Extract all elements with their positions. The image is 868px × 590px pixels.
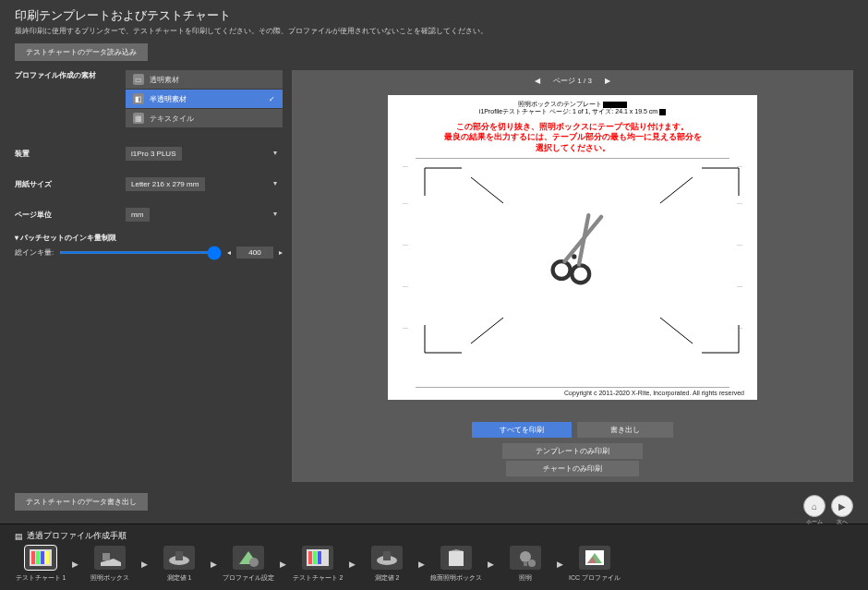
step-icc-profile[interactable]: ICC プロファイル — [569, 546, 621, 583]
page-title: 印刷テンプレートおよびテストチャート — [15, 7, 853, 24]
step-lighting[interactable]: 照明 — [500, 546, 551, 583]
translucent-icon: ◧ — [133, 93, 144, 104]
device-label: 装置 — [15, 149, 126, 159]
step-mirror-lightbox[interactable]: 鏡面照明ボックス — [430, 546, 482, 583]
svg-rect-10 — [175, 551, 183, 560]
unit-label: ページ単位 — [15, 210, 126, 220]
preview-pane: ◀ ページ 1 / 3 ▶ 照明ボックスのテンプレート i1Profileテスト… — [292, 70, 853, 482]
svg-point-0 — [552, 261, 570, 279]
substrate-transparent[interactable]: ▭ 透明素材 — [126, 70, 283, 89]
svg-rect-8 — [102, 553, 110, 560]
read-data-button[interactable]: テストチャートのデータ読み込み — [15, 43, 148, 61]
svg-rect-20 — [524, 561, 527, 566]
step-profile-settings[interactable]: プロファイル設定 — [223, 546, 274, 583]
paper-select[interactable]: Letter 216 x 279 mm — [126, 177, 205, 191]
step-testchart1[interactable]: テストチャート 1 — [15, 546, 66, 583]
next-button[interactable]: ▶ — [831, 495, 853, 517]
copyright-text: Copyright c 2011-2020 X-Rite, Incorporat… — [397, 390, 748, 396]
sidebar: プロファイル作成の素材 ▭ 透明素材 ◧ 半透明素材 ✓ ▦ テキスタイル — [15, 70, 283, 482]
svg-rect-15 — [318, 551, 321, 564]
step-testchart2[interactable]: テストチャート 2 — [292, 546, 344, 583]
step-measure1[interactable]: 測定値 1 — [153, 546, 205, 583]
pager-next[interactable]: ▶ — [605, 77, 610, 85]
svg-point-2 — [572, 254, 576, 259]
ink-section-title: ▾ パッチセットのインキ量制限 — [15, 233, 283, 243]
paper-label: 用紙サイズ — [15, 179, 126, 189]
write-data-button[interactable]: テストチャートのデータ書き出し — [15, 493, 148, 511]
svg-rect-4 — [31, 551, 35, 564]
svg-rect-5 — [36, 551, 40, 564]
svg-rect-7 — [45, 551, 49, 564]
textile-icon: ▦ — [133, 113, 144, 124]
ink-value-input[interactable] — [236, 247, 273, 259]
svg-point-11 — [249, 558, 259, 567]
step-measure2[interactable]: 測定値 2 — [361, 546, 413, 583]
pager-prev[interactable]: ◀ — [535, 77, 540, 85]
transparent-icon: ▭ — [133, 74, 144, 85]
print-template-button[interactable]: テンプレートのみ印刷 — [502, 443, 643, 459]
svg-rect-17 — [383, 551, 391, 560]
scissors-icon — [539, 211, 619, 290]
black-swatch — [603, 102, 627, 108]
workflow-steps: テストチャート 1 ▶ 照明ボックス ▶ 測定値 1 ▶ プロファイル設定 ▶ … — [15, 546, 853, 583]
svg-rect-18 — [449, 551, 464, 566]
footer: ⌂ ホーム ▶ 次へ ▤ 透過プロファイル作成手順 テストチャート 1 ▶ 照明… — [0, 524, 868, 590]
home-button[interactable]: ⌂ — [803, 495, 826, 517]
unit-select[interactable]: mm — [126, 208, 150, 222]
export-button[interactable]: 書き出し — [577, 422, 673, 438]
print-chart-button[interactable]: チャートのみ印刷 — [506, 461, 639, 476]
svg-rect-13 — [308, 551, 312, 564]
workflow-title: ▤ 透過プロファイル作成手順 — [15, 530, 853, 542]
step-lightbox[interactable]: 照明ボックス — [84, 546, 136, 583]
page-subtitle: 最終印刷に使用するプリンターで、テストチャートを印刷してください。その際、プロフ… — [15, 26, 853, 36]
substrate-textile[interactable]: ▦ テキスタイル — [126, 109, 283, 127]
svg-point-21 — [528, 560, 536, 567]
pager-text: ページ 1 / 3 — [553, 76, 592, 86]
ink-total-label: 総インキ量: — [15, 247, 54, 258]
preview-page: 照明ボックスのテンプレート i1Profileテストチャート ページ: 1 of… — [388, 95, 757, 400]
instruction-text: この部分を切り抜き、照明ボックスにテープで貼り付けます。 最良の結果を出力するに… — [397, 122, 748, 154]
check-icon: ✓ — [269, 95, 275, 103]
svg-rect-14 — [313, 551, 317, 564]
svg-rect-6 — [41, 551, 44, 564]
print-all-button[interactable]: すべてを印刷 — [472, 422, 572, 438]
device-select[interactable]: i1Pro 3 PLUS — [126, 147, 182, 161]
ink-slider[interactable] — [59, 251, 222, 254]
substrate-label: プロファイル作成の素材 — [15, 70, 126, 80]
substrate-translucent[interactable]: ◧ 半透明素材 ✓ — [126, 90, 283, 108]
cut-template: — — — — — — — — — — — [416, 158, 729, 388]
svg-point-1 — [572, 265, 589, 283]
list-icon: ▤ — [15, 532, 23, 541]
